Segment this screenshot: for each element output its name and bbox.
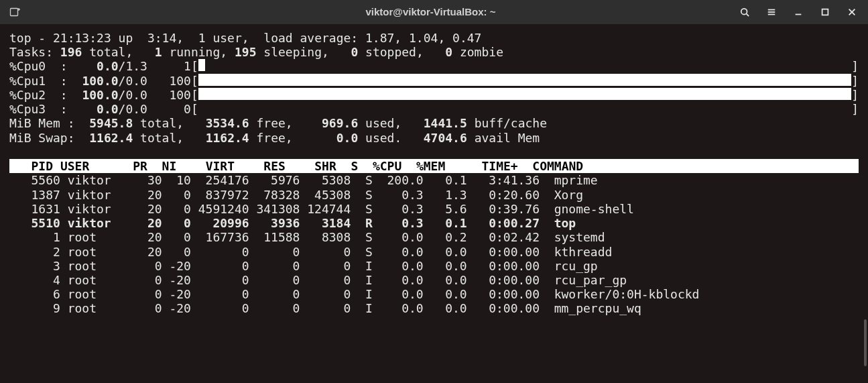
process-header: PID USER PR NI VIRT RES SHR S %CPU %MEM … <box>9 159 859 173</box>
svg-rect-9 <box>822 9 828 15</box>
hamburger-menu-icon[interactable] <box>762 3 781 21</box>
table-row: 3 root 0 -20 0 0 0 I 0.0 0.0 0:00.00 rcu… <box>9 259 859 273</box>
mem-line: MiB Mem : 5945.8 total, 3534.6 free, 969… <box>9 116 859 130</box>
svg-rect-0 <box>11 9 18 16</box>
cpu-bar-row: %Cpu0 : 0.0/1.3 1[] <box>9 59 859 73</box>
table-row: 6 root 0 -20 0 0 0 I 0.0 0.0 0:00.00 kwo… <box>9 287 859 301</box>
maximize-icon[interactable] <box>816 3 834 21</box>
top-summary-line: top - 21:13:23 up 3:14, 1 user, load ave… <box>9 31 859 45</box>
table-row: 9 root 0 -20 0 0 0 I 0.0 0.0 0:00.00 mm_… <box>9 301 859 315</box>
table-row: 5510 viktor 20 0 20996 3936 3184 R 0.3 0… <box>9 216 859 230</box>
terminal-area[interactable]: top - 21:13:23 up 3:14, 1 user, load ave… <box>0 24 868 383</box>
scrollbar[interactable] <box>860 24 867 383</box>
tasks-line: Tasks: 196 total, 1 running, 195 sleepin… <box>9 45 859 59</box>
table-row: 1631 viktor 20 0 4591240 341308 124744 S… <box>9 202 859 216</box>
swap-line: MiB Swap: 1162.4 total, 1162.4 free, 0.0… <box>9 131 859 145</box>
scrollbar-thumb[interactable] <box>864 319 867 366</box>
window-titlebar: viktor@viktor-VirtualBox: ~ <box>0 0 868 24</box>
table-row: 1387 viktor 20 0 837972 78328 45308 S 0.… <box>9 188 859 202</box>
svg-point-3 <box>741 9 747 15</box>
table-row: 4 root 0 -20 0 0 0 I 0.0 0.0 0:00.00 rcu… <box>9 273 859 287</box>
new-terminal-icon[interactable] <box>5 3 24 21</box>
blank-line <box>9 145 859 159</box>
window-title: viktor@viktor-VirtualBox: ~ <box>134 6 727 18</box>
cpu-bar-row: %Cpu1 : 100.0/0.0 100[] <box>9 74 859 88</box>
cpu-bar-row: %Cpu3 : 0.0/0.0 0[] <box>9 102 859 116</box>
table-row: 2 root 20 0 0 0 0 S 0.0 0.0 0:00.00 kthr… <box>9 245 859 259</box>
cpu-bars: %Cpu0 : 0.0/1.3 1[]%Cpu1 : 100.0/0.0 100… <box>9 59 859 116</box>
process-list: 5560 viktor 30 10 254176 5976 5308 S 200… <box>9 173 859 315</box>
table-row: 5560 viktor 30 10 254176 5976 5308 S 200… <box>9 173 859 187</box>
search-icon[interactable] <box>735 3 754 21</box>
cpu-bar-row: %Cpu2 : 100.0/0.0 100[] <box>9 88 859 102</box>
minimize-icon[interactable] <box>789 3 808 21</box>
table-row: 1 root 20 0 167736 11588 8308 S 0.0 0.2 … <box>9 230 859 244</box>
close-icon[interactable] <box>843 3 861 21</box>
svg-line-4 <box>747 14 749 17</box>
